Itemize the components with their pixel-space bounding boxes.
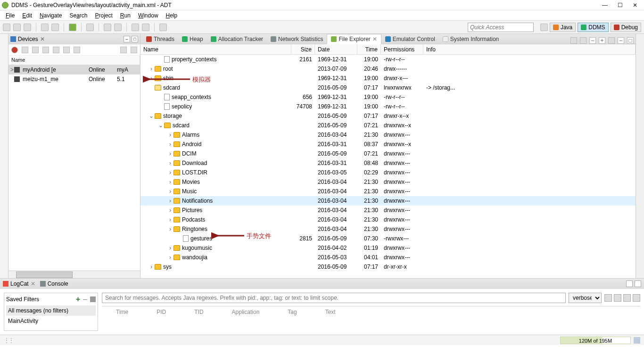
quick-access-input[interactable]	[468, 23, 534, 32]
run-icon[interactable]	[69, 24, 76, 31]
tab-threads[interactable]: Threads	[142, 34, 178, 44]
forward-icon[interactable]	[142, 24, 149, 31]
maximize-button[interactable]: ☐	[617, 2, 623, 8]
tab-system-info[interactable]: System Information	[439, 34, 503, 44]
file-row[interactable]: ›DCIM2016-05-0907:21drwxrwx---	[140, 149, 636, 158]
col-permissions[interactable]: Permissions	[381, 44, 423, 54]
gc-icon[interactable]	[634, 337, 640, 344]
minimize-icon[interactable]: –	[618, 37, 624, 44]
lc-col-tag[interactable]: Tag	[273, 309, 311, 315]
menu-search[interactable]: Search	[66, 11, 90, 20]
logcat-minimize-icon[interactable]	[626, 280, 633, 287]
expand-icon[interactable]: ›	[167, 245, 173, 251]
debug-process-icon[interactable]	[11, 47, 18, 53]
menu-navigate[interactable]: Navigate	[37, 11, 65, 20]
maximize-icon[interactable]: □	[627, 37, 634, 44]
new-icon[interactable]	[3, 24, 10, 31]
file-row[interactable]: ›Notifications2016-03-0421:30drwxrwx---	[140, 196, 636, 206]
tab-console[interactable]: Console	[40, 280, 68, 287]
start-method-profiling-icon[interactable]	[63, 47, 70, 53]
file-row[interactable]: sdcard2016-05-0907:17lrwxrwxrwx-> /stora…	[140, 83, 636, 92]
devices-hscroll[interactable]	[8, 271, 140, 278]
expand-icon[interactable]: ›	[167, 254, 173, 261]
tab-emulator[interactable]: Emulator Control	[381, 34, 439, 44]
expand-icon[interactable]: ›	[167, 169, 173, 176]
device-row[interactable]: meizu-m1_meOnline5.1	[8, 74, 140, 84]
lc-col-tid[interactable]: TID	[180, 309, 217, 315]
remove-filter-icon[interactable]: –	[83, 295, 87, 304]
menu-help[interactable]: Help	[163, 11, 181, 20]
filter-all-messages[interactable]: All messages (no filters)	[6, 305, 96, 316]
file-row[interactable]: ›sbin1969-12-3119:00drwxr-x---	[140, 74, 636, 83]
file-row[interactable]: ›Alarms2016-03-0421:30drwxrwx---	[140, 130, 636, 140]
log-level-select[interactable]: verbose	[569, 293, 602, 303]
tab-network[interactable]: Network Statistics	[267, 34, 327, 44]
update-heap-icon[interactable]	[22, 47, 28, 53]
tab-close-icon[interactable]: ✕	[372, 36, 377, 42]
lc-col-time[interactable]: Time	[102, 309, 142, 315]
display-filters-icon[interactable]	[623, 294, 631, 302]
file-row[interactable]: seapp_contexts6561969-12-3119:00-rw-r--r…	[140, 92, 636, 102]
col-date[interactable]: Date	[315, 44, 357, 54]
devices-maximize-icon[interactable]: □	[132, 36, 138, 42]
expand-icon[interactable]: ›	[167, 197, 173, 204]
pin-icon[interactable]	[159, 24, 167, 31]
devices-close-icon[interactable]: ✕	[40, 36, 45, 42]
update-threads-icon[interactable]	[53, 47, 59, 53]
file-row[interactable]: ›Ringtones2016-03-0421:30drwxrwx---	[140, 224, 636, 234]
scroll-lock-icon[interactable]	[633, 294, 640, 302]
file-list[interactable]: property_contexts21611969-12-3119:00-rw-…	[140, 55, 636, 278]
delete-icon[interactable]: –	[589, 37, 596, 44]
file-row[interactable]: ›root2013-07-0920:46drwx------	[140, 64, 636, 74]
tab-allocation[interactable]: Allocation Tracker	[207, 34, 267, 44]
perspective-debug[interactable]: Debug	[611, 23, 641, 32]
logcat-close-icon[interactable]: ✕	[31, 280, 35, 287]
file-row[interactable]: property_contexts21611969-12-3119:00-rw-…	[140, 55, 636, 64]
file-row[interactable]: ›LOST.DIR2016-03-0502:29drwxrwx---	[140, 168, 636, 177]
menu-window[interactable]: Window	[135, 11, 161, 20]
dump-hprof-icon[interactable]	[32, 47, 39, 53]
file-row[interactable]: ›Download2016-03-3108:48drwxrwx---	[140, 158, 636, 168]
heap-status[interactable]: 120M of 195M	[560, 337, 631, 344]
minimized-view-bar[interactable]	[0, 34, 8, 278]
perspective-java[interactable]: Java	[550, 23, 576, 32]
expand-icon[interactable]: ›	[167, 132, 173, 138]
file-row[interactable]: ›Music2016-03-0421:30drwxrwx---	[140, 187, 636, 196]
file-vscroll[interactable]	[636, 34, 644, 278]
tab-logcat[interactable]: LogCat ✕	[3, 280, 35, 287]
save-icon[interactable]	[13, 24, 21, 31]
file-row[interactable]: ›sys2016-05-0907:17dr-xr-xr-x	[140, 262, 636, 272]
device-row[interactable]: >myAndroid [eOnlinemyA	[8, 65, 140, 74]
screen-capture-icon[interactable]	[120, 47, 127, 53]
file-row[interactable]: ›Podcasts2016-03-0421:30drwxrwx---	[140, 215, 636, 224]
clear-log-icon[interactable]	[614, 294, 621, 302]
expand-icon[interactable]: ›	[148, 263, 155, 270]
avd-manager-icon[interactable]	[51, 24, 59, 31]
file-row[interactable]: ⌄sdcard2016-05-0907:21drwxrwx--x	[140, 121, 636, 130]
add-filter-icon[interactable]: +	[76, 295, 80, 304]
logcat-maximize-icon[interactable]	[635, 280, 641, 287]
expand-icon[interactable]: ›	[148, 75, 155, 82]
view-menu-icon[interactable]	[608, 37, 615, 44]
push-file-icon[interactable]	[580, 37, 586, 44]
devices-col-name[interactable]: Name	[8, 56, 140, 65]
col-info[interactable]: Info	[423, 44, 636, 54]
stop-process-icon[interactable]	[74, 47, 80, 53]
close-button[interactable]: ✕	[632, 2, 638, 8]
open-type-icon[interactable]	[104, 24, 111, 31]
search-icon[interactable]	[114, 24, 122, 31]
devices-list[interactable]: >myAndroid [eOnlinemyAmeizu-m1_meOnline5…	[8, 65, 140, 271]
file-row[interactable]: ›Pictures2016-03-0421:30drwxrwx---	[140, 206, 636, 215]
cause-gc-icon[interactable]	[42, 47, 49, 53]
view-menu-icon[interactable]	[131, 47, 137, 53]
expand-icon[interactable]: ›	[167, 150, 173, 157]
menu-run[interactable]: Run	[117, 11, 133, 20]
expand-icon[interactable]: ›	[167, 141, 173, 148]
file-row[interactable]: ⌄storage2016-05-0907:17drwxr-x--x	[140, 111, 636, 121]
back-icon[interactable]	[132, 24, 139, 31]
col-time[interactable]: Time	[357, 44, 381, 54]
new-package-icon[interactable]	[86, 24, 94, 31]
file-row[interactable]: ›Movies2016-03-0421:30drwxrwx---	[140, 177, 636, 187]
file-row[interactable]: ›kugoumusic2016-04-0201:19drwxrwx---	[140, 243, 636, 253]
new-folder-icon[interactable]: +	[599, 37, 605, 44]
